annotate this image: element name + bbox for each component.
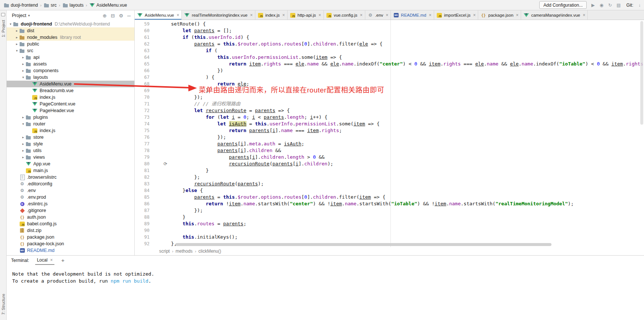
chevron-right-icon[interactable]: ▸ — [21, 135, 26, 139]
line-number[interactable]: 73 — [135, 114, 150, 121]
chevron-right-icon[interactable]: ▸ — [14, 36, 19, 39]
line-number[interactable]: 78 — [135, 147, 150, 154]
chevron-right-icon[interactable]: ▸ — [21, 69, 26, 73]
breadcrumb-item-duoji-frontend[interactable]: duoji-frontend — [3, 3, 38, 8]
tab-env[interactable]: .env× — [365, 10, 391, 20]
tree-item-auth-json[interactable]: auth.json — [7, 214, 134, 220]
code-line[interactable]: 83 recursionRoute(parents); — [135, 181, 644, 187]
code-line[interactable]: 73 for (let i = 0; i < parents.length; i… — [135, 114, 644, 121]
line-number[interactable]: 82 — [135, 174, 150, 181]
line-number[interactable]: 77 — [135, 141, 150, 147]
close-tab-icon[interactable]: × — [516, 13, 519, 18]
tab-package-json[interactable]: package.json× — [478, 10, 521, 20]
tree-item-views[interactable]: ▸views — [7, 154, 134, 161]
tree-item-editorconfig[interactable]: .editorconfig — [7, 181, 134, 187]
close-tab-icon[interactable]: × — [177, 13, 179, 18]
line-number[interactable]: 74 — [135, 121, 150, 127]
structure-tool-button[interactable]: 7: Structure — [0, 294, 6, 315]
tab-http-api-js[interactable]: http-api.js× — [288, 10, 324, 20]
editor-breadcrumb-item-clickmenu[interactable]: clickMenu() — [198, 249, 222, 254]
tree-item-env[interactable]: .env — [7, 187, 134, 194]
line-number[interactable]: 88 — [135, 214, 150, 220]
debug-icon[interactable]: ◉ — [598, 3, 604, 8]
chevron-right-icon[interactable]: ▸ — [14, 42, 19, 46]
tree-item-style[interactable]: ▸style — [7, 141, 134, 147]
line-number[interactable]: 92 — [135, 240, 150, 247]
chevron-right-icon[interactable]: ▸ — [21, 55, 26, 59]
tree-item-babel-config-js[interactable]: babel.config.js — [7, 220, 134, 227]
line-number[interactable]: 66 — [135, 67, 150, 74]
code-line[interactable]: 65 return item.rights === ele.name && el… — [135, 61, 644, 67]
tree-item-pagecontent-vue[interactable]: PageContent.vue — [7, 101, 134, 107]
tree-item-dist-zip[interactable]: dist.zip — [7, 227, 134, 234]
line-number[interactable]: 86 — [135, 201, 150, 207]
line-number[interactable]: 75 — [135, 127, 150, 134]
menu-icon[interactable]: ▤ — [616, 3, 621, 8]
horizontal-scrollbar[interactable] — [175, 243, 551, 246]
tree-item-package-lock-json[interactable]: package-lock.json — [7, 240, 134, 247]
code-line[interactable]: 67 ) { — [135, 74, 644, 81]
code-line[interactable]: 85 parents = this.$router.options.routes… — [135, 194, 644, 201]
tree-item-src[interactable]: ▾src — [7, 47, 134, 54]
tree-item-dist[interactable]: ▸dist — [7, 27, 134, 34]
code-line[interactable]: 60 let parents = []; — [135, 27, 644, 34]
breadcrumb-item-src[interactable]: src — [43, 3, 57, 8]
code-line[interactable]: 72 let recursionRoute = parents => { — [135, 107, 644, 114]
tree-item-browserslistrc[interactable]: .browserslistrc — [7, 174, 134, 181]
close-tab-icon[interactable]: × — [429, 13, 432, 18]
code-line[interactable]: 75 return parents[i].name === item.right… — [135, 127, 644, 134]
tree-item-index-js[interactable]: index.js — [7, 127, 134, 134]
line-number[interactable]: 83 — [135, 181, 150, 187]
chevron-right-icon[interactable]: ▸ — [21, 155, 26, 159]
tab-cameramanage-index-vue[interactable]: cameraManage\index.vue× — [521, 10, 588, 20]
tree-item-components[interactable]: ▸components — [7, 67, 134, 74]
tree-item-node-modules[interactable]: ▸node_moduleslibrary root — [7, 34, 134, 41]
locate-icon[interactable]: ⊕ — [103, 13, 107, 18]
code-line[interactable]: 87 }); — [135, 207, 644, 214]
sync-icon[interactable]: ↻ — [607, 3, 613, 8]
chevron-right-icon[interactable]: ▸ — [21, 149, 26, 152]
close-tab-icon[interactable]: × — [282, 13, 285, 18]
code-line[interactable]: 76 }); — [135, 134, 644, 141]
tab-index-js[interactable]: index.js× — [255, 10, 288, 20]
tree-item-public[interactable]: ▸public — [7, 41, 134, 47]
line-number[interactable]: 72 — [135, 107, 150, 114]
project-tool-button[interactable]: 1: Project — [0, 20, 6, 37]
line-number[interactable]: 65 — [135, 61, 150, 67]
code-line[interactable]: 77 parents[i].meta.auth = isAuth; — [135, 141, 644, 147]
tab-importexcel-js[interactable]: importExcel.js× — [434, 10, 479, 20]
new-terminal-tab-icon[interactable]: + — [61, 257, 64, 263]
tab-asidemenu-vue[interactable]: AsideMenu.vue× — [135, 10, 182, 20]
close-tab-icon[interactable]: × — [50, 257, 53, 263]
code-line[interactable]: 84 }else { — [135, 187, 644, 194]
code-line[interactable]: 64 this.userInfo.permissionList.some(ite… — [135, 54, 644, 61]
line-number[interactable]: 90 — [135, 227, 150, 234]
settings-gear-icon[interactable]: ⚙ — [119, 13, 123, 18]
line-number[interactable]: 61 — [135, 34, 150, 41]
tree-item-asidemenu-vue[interactable]: AsideMenu.vue — [7, 81, 134, 87]
code-line[interactable]: 71 // // 递归权限路由 — [135, 101, 644, 107]
code-line[interactable]: 70 }); — [135, 94, 644, 101]
code-line[interactable]: 91 this.initialKeys(); — [135, 234, 644, 240]
tree-item-api[interactable]: ▸api — [7, 54, 134, 61]
chevron-right-icon[interactable]: ▸ — [14, 29, 19, 33]
code-line[interactable]: 79 parents[i].children.length > 0 && — [135, 154, 644, 161]
breadcrumb-item-layouts[interactable]: layouts — [62, 3, 84, 8]
tree-item-duoji-frontend[interactable]: ▾duoji-frontendD:\zheheWeb\duoji-fronten… — [7, 21, 134, 27]
terminal-body[interactable]: Note that the development build is not o… — [7, 265, 644, 284]
chevron-down-icon[interactable]: ▾ — [14, 49, 19, 53]
line-number[interactable]: 85 — [135, 194, 150, 201]
git-pull-icon[interactable]: ↓ — [637, 3, 643, 8]
tab-realtimemonitoring-index-vue[interactable]: realTimeMonitoring\index.vue× — [182, 10, 255, 20]
code-line[interactable]: 88 } — [135, 214, 644, 220]
vertical-scrollbar[interactable] — [640, 21, 643, 125]
line-number[interactable]: 84 — [135, 187, 150, 194]
code-line[interactable]: 80⟳ recursionRoute(parents[i].children); — [135, 161, 644, 167]
line-number[interactable]: 91 — [135, 234, 150, 240]
add-configuration-button[interactable]: Add Configuration... — [539, 1, 587, 9]
run-icon[interactable]: ▶ — [590, 3, 596, 8]
tree-item-utils[interactable]: ▸utils — [7, 147, 134, 154]
chevron-right-icon[interactable]: ▸ — [21, 142, 26, 146]
close-tab-icon[interactable]: × — [319, 13, 321, 18]
tree-item-readme-md[interactable]: README.md — [7, 247, 134, 254]
